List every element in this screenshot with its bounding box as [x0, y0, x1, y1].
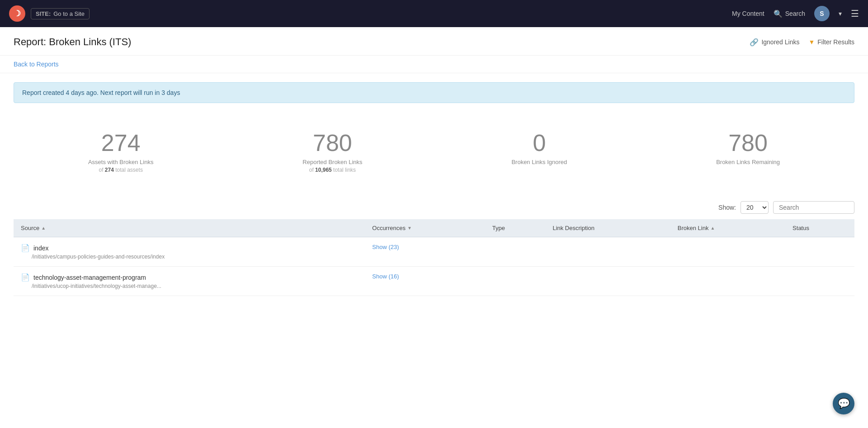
broken-links-table: Source▲Occurrences▼TypeLink DescriptionB…	[14, 219, 854, 296]
stat-label: Broken Links Remaining	[716, 159, 780, 165]
col-header-source[interactable]: Source▲	[14, 219, 365, 237]
top-navigation: ☽ SITE: Go to a Site My Content 🔍 Search…	[0, 0, 868, 27]
hamburger-icon: ☰	[851, 9, 859, 19]
show-select[interactable]: 102050100	[741, 201, 769, 214]
source-cell: 📄 technology-asset-management-program /i…	[14, 267, 365, 296]
table-search-input[interactable]	[773, 201, 854, 214]
stat-label: Broken Links Ignored	[511, 159, 567, 165]
link-description-cell	[545, 267, 670, 296]
broken-link-cell	[670, 237, 785, 267]
source-path: /initiatives/ucop-initiatives/technology…	[21, 283, 358, 289]
ignored-links-label: Ignored Links	[761, 38, 799, 46]
site-value: Go to a Site	[53, 10, 85, 17]
type-cell	[485, 267, 546, 296]
sort-icon: ▲	[41, 226, 46, 230]
source-cell: 📄 index /initiatives/campus-policies-gui…	[14, 237, 365, 267]
table-row: 📄 technology-asset-management-program /i…	[14, 267, 854, 296]
chat-icon: 💬	[838, 398, 850, 409]
hamburger-menu-button[interactable]: ☰	[851, 8, 859, 19]
chevron-down-icon: ▾	[839, 10, 842, 17]
source-name-text: technology-asset-management-program	[33, 274, 146, 281]
nav-right: My Content 🔍 Search S ▾ ☰	[732, 6, 859, 21]
table-body: 📄 index /initiatives/campus-policies-gui…	[14, 237, 854, 296]
status-cell	[785, 237, 854, 267]
stat-number: 780	[302, 130, 362, 156]
nav-left: ☽ SITE: Go to a Site	[9, 5, 90, 22]
col-label: Broken Link	[678, 225, 709, 231]
stat-item-1: 780 Reported Broken Links of 10,965 tota…	[302, 130, 362, 173]
col-header-broken_link[interactable]: Broken Link▲	[670, 219, 785, 237]
broken-link-cell	[670, 267, 785, 296]
col-label: Link Description	[552, 225, 594, 231]
my-content-label: My Content	[732, 10, 764, 17]
search-nav-item[interactable]: 🔍 Search	[774, 9, 805, 18]
occurrences-link[interactable]: Show (23)	[372, 244, 399, 250]
col-header-status: Status	[785, 219, 854, 237]
sort-icon: ▼	[407, 226, 412, 230]
filter-results-label: Filter Results	[817, 38, 854, 46]
sort-icon: ▲	[710, 226, 715, 230]
stat-number: 274	[88, 130, 154, 156]
chat-button[interactable]: 💬	[833, 393, 854, 414]
ignored-links-icon: 🔗	[750, 38, 759, 47]
table-controls: Show: 102050100	[14, 196, 854, 219]
filter-icon: ▼	[808, 38, 815, 46]
type-cell	[485, 237, 546, 267]
stat-label: Reported Broken Links	[302, 159, 362, 165]
stat-item-2: 0 Broken Links Ignored	[511, 130, 567, 173]
site-selector[interactable]: SITE: Go to a Site	[31, 8, 90, 19]
col-label: Occurrences	[372, 225, 406, 231]
table-row: 📄 index /initiatives/campus-policies-gui…	[14, 237, 854, 267]
stat-label: Assets with Broken Links	[88, 159, 154, 165]
col-header-type: Type	[485, 219, 546, 237]
user-avatar[interactable]: S	[814, 6, 830, 21]
filter-results-button[interactable]: ▼ Filter Results	[808, 38, 854, 46]
doc-icon: 📄	[21, 244, 30, 252]
show-label: Show:	[718, 204, 736, 211]
status-cell	[785, 267, 854, 296]
occurrences-link[interactable]: Show (16)	[372, 273, 399, 280]
stat-sublabel: of 10,965 total links	[302, 167, 362, 173]
page-header: Report: Broken Links (ITS) 🔗 Ignored Lin…	[0, 27, 868, 56]
occurrences-cell: Show (16)	[365, 267, 485, 296]
my-content-nav-item[interactable]: My Content	[732, 10, 764, 17]
col-label: Type	[492, 225, 505, 231]
site-tag-label: SITE:	[36, 10, 51, 17]
stat-sublabel: of 274 total assets	[88, 167, 154, 173]
page-title: Report: Broken Links (ITS)	[14, 36, 131, 48]
stats-row: 274 Assets with Broken Links of 274 tota…	[0, 112, 868, 196]
info-banner: Report created 4 days ago. Next report w…	[14, 82, 854, 103]
col-header-link_description: Link Description	[545, 219, 670, 237]
page-wrapper: Report: Broken Links (ITS) 🔗 Ignored Lin…	[0, 27, 868, 428]
doc-icon: 📄	[21, 273, 30, 282]
ignored-links-button[interactable]: 🔗 Ignored Links	[750, 38, 799, 47]
col-header-occurrences[interactable]: Occurrences▼	[365, 219, 485, 237]
source-path: /initiatives/campus-policies-guides-and-…	[21, 254, 358, 260]
table-area: Show: 102050100 Source▲Occurrences▼TypeL…	[0, 196, 868, 310]
header-actions: 🔗 Ignored Links ▼ Filter Results	[750, 38, 854, 47]
info-banner-text: Report created 4 days ago. Next report w…	[22, 89, 180, 96]
search-nav-label: Search	[785, 10, 805, 17]
col-label: Status	[793, 225, 809, 231]
stat-item-3: 780 Broken Links Remaining	[716, 130, 780, 173]
back-to-reports-link[interactable]: Back to Reports	[14, 61, 59, 68]
occurrences-cell: Show (23)	[365, 237, 485, 267]
stat-item-0: 274 Assets with Broken Links of 274 tota…	[88, 130, 154, 173]
dropdown-chevron[interactable]: ▾	[839, 10, 842, 17]
stat-number: 0	[511, 130, 567, 156]
link-description-cell	[545, 237, 670, 267]
logo-icon[interactable]: ☽	[9, 5, 25, 22]
stat-number: 780	[716, 130, 780, 156]
col-label: Source	[21, 225, 39, 231]
breadcrumb: Back to Reports	[0, 56, 868, 73]
table-header: Source▲Occurrences▼TypeLink DescriptionB…	[14, 219, 854, 237]
source-name-text: index	[33, 245, 48, 252]
search-icon: 🔍	[774, 9, 783, 18]
